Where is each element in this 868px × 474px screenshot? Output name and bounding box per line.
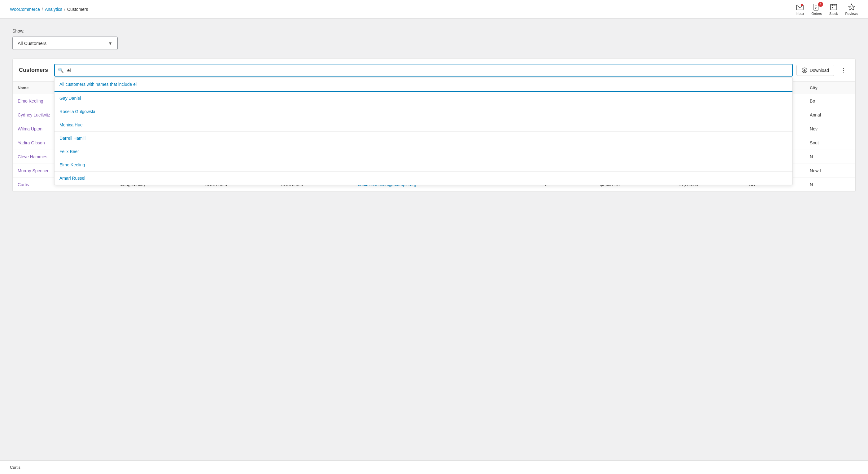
search-result-link-6[interactable]: Amari Russel [59, 176, 85, 181]
search-result-1[interactable]: Rosella Gulgowski [55, 105, 793, 118]
svg-rect-10 [832, 7, 833, 8]
star-icon [847, 3, 856, 11]
col-city: City [805, 82, 855, 94]
customer-link-3[interactable]: Yadira Gibson [18, 140, 45, 145]
header-icons: Inbox 1 Orders [796, 3, 858, 16]
download-button[interactable]: Download [797, 65, 834, 76]
table-header: Customers 🔍 All customers with names tha… [13, 59, 855, 82]
customer-link-2[interactable]: Wilma Upton [18, 126, 42, 131]
customers-filter-dropdown[interactable]: All Customers ▼ [12, 36, 118, 50]
search-wrapper: 🔍 All customers with names that include … [54, 64, 793, 77]
search-icon: 🔍 [58, 67, 64, 73]
orders-badge: 1 [818, 2, 823, 7]
svg-rect-6 [831, 4, 837, 10]
search-result-link-1[interactable]: Rosella Gulgowski [59, 109, 95, 114]
search-result-3[interactable]: Darrell Hamill [55, 132, 793, 145]
customer-link-4[interactable]: Cleve Hammes [18, 154, 48, 159]
header-icon-reviews[interactable]: Reviews [845, 3, 858, 16]
envelope-icon [796, 3, 804, 11]
show-label: Show: [12, 29, 856, 33]
customers-table-section: Customers 🔍 All customers with names tha… [12, 59, 856, 192]
search-result-link-4[interactable]: Felix Beer [59, 149, 79, 154]
more-icon: ⋮ [840, 67, 847, 74]
reviews-label: Reviews [845, 12, 858, 16]
breadcrumb-current: Customers [67, 7, 88, 12]
inbox-label: Inbox [796, 12, 804, 16]
breadcrumb-sep-2: / [64, 7, 65, 12]
customer-link-5[interactable]: Murray Spencer [18, 168, 49, 173]
search-all-link[interactable]: All customers with names that include el [59, 82, 136, 87]
header-icon-orders[interactable]: 1 Orders [811, 3, 822, 16]
cell-city-4: N [805, 150, 855, 164]
stock-label: Stock [829, 12, 838, 16]
search-result-4[interactable]: Felix Beer [55, 145, 793, 158]
header-icon-stock[interactable]: Stock [829, 3, 838, 16]
header-icon-inbox[interactable]: Inbox [796, 3, 804, 16]
more-options-button[interactable]: ⋮ [838, 65, 849, 75]
search-result-6[interactable]: Amari Russel [55, 172, 793, 185]
breadcrumb-analytics[interactable]: Analytics [45, 7, 62, 12]
search-result-link-0[interactable]: Gay Daniel [59, 96, 81, 101]
search-result-link-5[interactable]: Elmo Keeling [59, 162, 85, 167]
chevron-down-icon: ▼ [108, 41, 113, 46]
cell-city-6: N [805, 178, 855, 192]
table-title: Customers [19, 67, 48, 73]
search-input[interactable] [54, 64, 793, 77]
search-result-link-2[interactable]: Monica Huel [59, 122, 84, 127]
search-result-link-3[interactable]: Darrell Hamill [59, 136, 86, 141]
cell-city-5: New I [805, 164, 855, 178]
customer-link-0[interactable]: Elmo Keeling [18, 98, 43, 103]
search-result-0[interactable]: Gay Daniel [55, 92, 793, 105]
stock-icon [830, 3, 838, 11]
header: WooCommerce / Analytics / Customers Inbo… [0, 0, 868, 19]
breadcrumb-woocommerce[interactable]: WooCommerce [10, 7, 40, 12]
download-label: Download [810, 68, 829, 73]
svg-marker-11 [848, 4, 855, 10]
orders-label: Orders [811, 12, 822, 16]
breadcrumb-sep-1: / [42, 7, 43, 12]
footer-user: Curtis [10, 465, 21, 470]
customer-link-1[interactable]: Cydney Lueilwitz [18, 113, 50, 117]
cell-city-0: Bo [805, 94, 855, 108]
table-actions: 🔍 All customers with names that include … [54, 64, 849, 77]
search-all-option[interactable]: All customers with names that include el [55, 78, 793, 92]
download-icon [802, 67, 807, 73]
cell-city-1: Annal [805, 108, 855, 122]
main-content: Show: All Customers ▼ Customers 🔍 All cu… [0, 19, 868, 202]
cell-city-3: Sout [805, 136, 855, 150]
cell-city-2: Nev [805, 122, 855, 136]
dropdown-wrapper: All Customers ▼ [12, 36, 856, 50]
search-dropdown: All customers with names that include el… [54, 77, 793, 185]
search-result-5[interactable]: Elmo Keeling [55, 158, 793, 172]
search-result-2[interactable]: Monica Huel [55, 118, 793, 132]
orders-icon: 1 [812, 3, 820, 11]
dropdown-value: All Customers [18, 40, 46, 46]
customer-link-6[interactable]: Curtis [18, 182, 29, 187]
svg-point-1 [801, 4, 803, 6]
footer: Curtis [0, 461, 868, 474]
breadcrumb: WooCommerce / Analytics / Customers [10, 7, 88, 12]
